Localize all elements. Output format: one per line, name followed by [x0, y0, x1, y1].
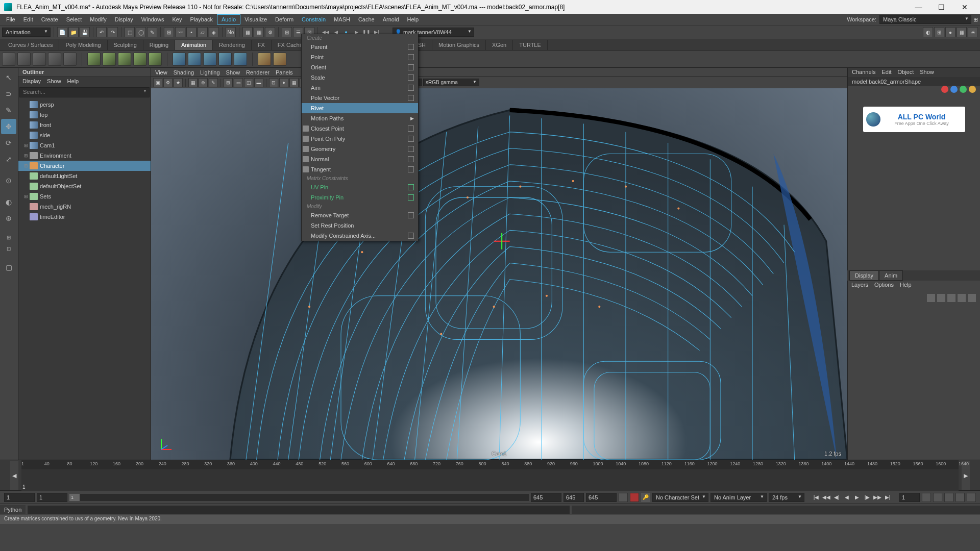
menu-key[interactable]: Key — [168, 15, 186, 24]
shelf-icon[interactable] — [87, 53, 101, 66]
current-frame-field[interactable]: 1 — [899, 493, 920, 502]
move-tool[interactable]: ✥ — [1, 119, 16, 134]
soft-select-tool[interactable]: ◐ — [1, 194, 16, 210]
wireframe-icon[interactable]: ⊞ — [934, 27, 944, 37]
menu-display[interactable]: Display — [111, 15, 137, 24]
go-to-end-icon[interactable]: ▶| — [883, 493, 892, 502]
step-back-key-icon[interactable]: ◀◀ — [822, 493, 831, 502]
minimize-button[interactable]: — — [907, 0, 930, 14]
ctx-item[interactable]: Set Rest Position — [302, 220, 418, 231]
time-slider[interactable]: ◀ ▶ 140801201602002402803203604004404805… — [0, 460, 980, 490]
ctx-item[interactable]: Geometry — [302, 144, 418, 154]
character-set-selector[interactable]: No Character Set — [652, 493, 708, 502]
workspace-toggle-icon[interactable]: ⊞ — [973, 16, 978, 23]
shelf-icon[interactable] — [218, 53, 232, 66]
option-box-icon[interactable] — [408, 146, 414, 152]
vp-res-gate-icon[interactable]: ◫ — [244, 78, 253, 87]
vp-bookmark-icon[interactable]: ★ — [174, 78, 183, 87]
mode-selector[interactable]: Animation — [2, 28, 51, 37]
shelf-icon[interactable] — [258, 53, 271, 66]
option-box-icon[interactable] — [408, 166, 414, 172]
set-key-icon[interactable]: 🔑 — [641, 493, 650, 502]
snap-together-tool[interactable]: ⊞ — [1, 232, 16, 242]
shelf-tab-xgen[interactable]: XGen — [486, 40, 513, 50]
layer-menu-options[interactable]: Options — [874, 282, 894, 289]
cb-toggle-icon[interactable] — [941, 86, 948, 93]
outliner-node[interactable]: ⊞Environment — [18, 151, 151, 161]
viewport-menu-show[interactable]: Show — [226, 69, 240, 76]
cb-tab-object[interactable]: Object — [897, 69, 914, 76]
preferences-icon[interactable] — [944, 493, 953, 502]
shelf-icon[interactable] — [273, 53, 286, 66]
vp-grease-icon[interactable]: ✎ — [209, 78, 218, 87]
outliner-node[interactable]: ⊞Character — [18, 161, 151, 171]
shelf-icon[interactable] — [118, 53, 131, 66]
shelf-icon[interactable] — [133, 53, 146, 66]
textured-icon[interactable]: ▦ — [957, 27, 967, 37]
outliner-node[interactable]: top — [18, 110, 151, 120]
expand-icon[interactable]: ⊞ — [22, 143, 30, 148]
outliner-node[interactable]: timeEditor — [18, 212, 151, 222]
range-end-field[interactable]: 645 — [564, 493, 584, 502]
viewport-menu-view[interactable]: View — [155, 69, 167, 76]
menu-playback[interactable]: Playback — [186, 15, 217, 24]
layer-add-obj-icon[interactable] — [958, 294, 966, 302]
option-box-icon[interactable] — [408, 44, 414, 50]
select-tool[interactable]: ↖ — [1, 70, 16, 85]
shelf-icon[interactable] — [173, 53, 186, 66]
menu-deform[interactable]: Deform — [271, 15, 298, 24]
shelf-tab-rigging[interactable]: Rigging — [143, 40, 175, 50]
play-forward-icon[interactable]: ▶ — [852, 493, 862, 502]
ctx-item[interactable]: Orient — [302, 62, 418, 72]
ctx-item[interactable]: Pole Vector — [302, 93, 418, 103]
shelf-icon[interactable] — [2, 53, 15, 66]
shelf-tab-sculpt[interactable]: Sculpting — [108, 40, 143, 50]
shaded-icon[interactable]: ● — [945, 27, 955, 37]
layer-move-up-icon[interactable] — [927, 294, 935, 302]
option-box-icon[interactable] — [408, 64, 414, 70]
menu-visualize[interactable]: Visualize — [240, 15, 271, 24]
cb-toggle-icon[interactable] — [950, 86, 958, 93]
ctx-item[interactable]: Motion Paths▶ — [302, 113, 418, 123]
layer-new-icon[interactable] — [947, 294, 955, 302]
option-box-icon[interactable] — [408, 95, 414, 101]
menu-edit[interactable]: Edit — [19, 15, 37, 24]
menu-cache[interactable]: Cache — [354, 15, 379, 24]
maximize-button[interactable]: ☐ — [930, 0, 953, 14]
snap-curve-icon[interactable]: 〰 — [175, 27, 185, 37]
vp-smooth-icon[interactable]: ● — [279, 78, 288, 87]
option-box-icon[interactable] — [408, 126, 414, 132]
range-preferences-icon[interactable] — [619, 493, 628, 502]
command-input[interactable] — [28, 506, 570, 514]
outliner-node[interactable]: ⊞Sets — [18, 191, 151, 202]
anim-prefs-icon[interactable] — [967, 493, 976, 502]
layer-new-empty-icon[interactable] — [968, 294, 976, 302]
menu-mash[interactable]: MASH — [330, 15, 354, 24]
ctx-item[interactable]: Proximity Pin — [302, 192, 418, 203]
playback-end-field[interactable]: 645 — [531, 493, 561, 502]
step-forward-icon[interactable]: |▶ — [863, 493, 872, 502]
option-box-icon[interactable] — [408, 212, 414, 218]
outliner-menu-help[interactable]: Help — [67, 78, 79, 85]
render-settings-icon[interactable]: ⚙ — [265, 27, 275, 37]
history-icon[interactable]: No — [226, 27, 236, 37]
menu-help[interactable]: Help — [403, 15, 423, 24]
ctx-item[interactable]: Scale — [302, 72, 418, 83]
vp-film-gate-icon[interactable]: ▭ — [234, 78, 243, 87]
ctx-item[interactable]: Remove Target — [302, 210, 418, 220]
ctx-item[interactable]: Parent — [302, 42, 418, 52]
save-scene-icon[interactable]: 💾 — [80, 27, 90, 37]
lasso-tool[interactable]: ⊃ — [1, 86, 16, 102]
outliner-node[interactable]: side — [18, 130, 151, 140]
menu-windows[interactable]: Windows — [137, 15, 168, 24]
shelf-icon[interactable] — [33, 53, 46, 66]
shelf-tab-rendering[interactable]: Rendering — [213, 40, 252, 50]
menu-modify[interactable]: Modify — [86, 15, 110, 24]
symmetry-tool[interactable]: ⊛ — [1, 211, 16, 226]
option-box-icon[interactable] — [408, 85, 414, 91]
anim-layer-selector[interactable]: No Anim Layer — [710, 493, 767, 502]
shelf-icon[interactable] — [103, 53, 116, 66]
paint-tool-icon[interactable]: ✎ — [147, 27, 157, 37]
expand-icon[interactable]: ⊞ — [22, 194, 30, 199]
shelf-icon[interactable] — [234, 53, 247, 66]
